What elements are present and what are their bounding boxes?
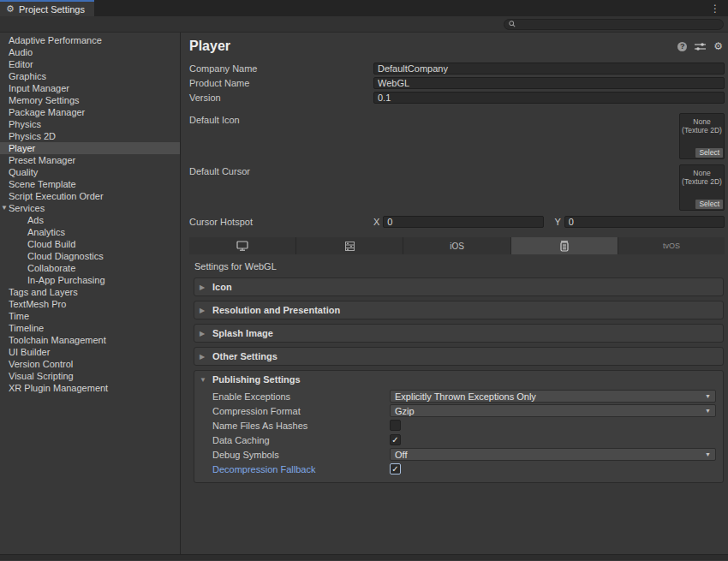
- section-label: Splash Image: [212, 328, 273, 338]
- section-header-other-settings[interactable]: ▶ Other Settings: [194, 348, 723, 365]
- select-button[interactable]: Select: [695, 148, 723, 158]
- default-cursor-label: Default Cursor: [189, 164, 250, 176]
- product-name-input[interactable]: [373, 77, 725, 89]
- sidebar-item-timeline[interactable]: Timeline: [0, 322, 180, 334]
- dropdown-value: Off: [395, 450, 407, 460]
- gear-icon: ⚙: [6, 4, 15, 14]
- tab-tvos[interactable]: tvOS: [618, 237, 725, 254]
- sidebar-item-analytics[interactable]: Analytics: [0, 226, 180, 238]
- sidebar-item-services[interactable]: ▼Services: [0, 202, 180, 214]
- product-name-label: Product Name: [189, 78, 373, 88]
- tab-label: iOS: [450, 242, 464, 251]
- server-icon: [345, 242, 355, 251]
- tab-ios[interactable]: iOS: [403, 237, 510, 254]
- dropdown-value: Gzip: [395, 406, 415, 416]
- sidebar-item-scene-template[interactable]: Scene Template: [0, 178, 180, 190]
- section-resolution-and-presentation: ▶ Resolution and Presentation: [194, 301, 724, 319]
- sidebar-item-ads[interactable]: Ads: [0, 214, 180, 226]
- search-icon: [509, 21, 516, 27]
- section-header-resolution[interactable]: ▶ Resolution and Presentation: [194, 301, 723, 319]
- sidebar-item-cloud-diagnostics[interactable]: Cloud Diagnostics: [0, 250, 180, 262]
- foldout-closed-icon: ▶: [200, 283, 207, 291]
- project-settings-tab[interactable]: ⚙ Project Settings: [0, 0, 94, 16]
- cursor-hotspot-y-input[interactable]: [564, 216, 725, 228]
- sidebar-item-ui-builder[interactable]: UI Builder: [0, 346, 180, 358]
- section-header-icon[interactable]: ▶ Icon: [194, 278, 723, 295]
- sidebar-item-xr-plugin-management[interactable]: XR Plugin Management: [0, 382, 180, 394]
- help-icon[interactable]: ?: [677, 42, 687, 51]
- settings-sidebar: Adaptive Performance Audio Editor Graphi…: [0, 33, 181, 554]
- gear-icon[interactable]: ⚙: [713, 41, 723, 51]
- sidebar-item-input-manager[interactable]: Input Manager: [0, 82, 180, 94]
- company-name-input[interactable]: [373, 63, 725, 75]
- object-value: None: [680, 169, 724, 177]
- sidebar-item-textmesh-pro[interactable]: TextMesh Pro: [0, 298, 180, 310]
- section-header-splash-image[interactable]: ▶ Splash Image: [194, 325, 723, 342]
- sidebar-item-editor[interactable]: Editor: [0, 58, 180, 70]
- decompression-fallback-checkbox[interactable]: ✓: [390, 463, 401, 474]
- foldout-closed-icon: ▶: [200, 353, 207, 361]
- section-other-settings: ▶ Other Settings: [194, 347, 724, 366]
- decompression-fallback-label: Decompression Fallback: [212, 464, 390, 474]
- section-header-publishing-settings[interactable]: ▼ Publishing Settings: [194, 371, 723, 388]
- tab-webgl[interactable]: [511, 237, 618, 254]
- chevron-down-icon: ▼: [705, 408, 711, 414]
- section-label: Publishing Settings: [212, 374, 301, 385]
- sidebar-item-preset-manager[interactable]: Preset Manager: [0, 154, 180, 166]
- sidebar-item-version-control[interactable]: Version Control: [0, 358, 180, 370]
- sidebar-item-tags-and-layers[interactable]: Tags and Layers: [0, 286, 180, 298]
- chevron-down-icon: ▼: [705, 451, 711, 457]
- data-caching-checkbox[interactable]: ✓: [390, 434, 401, 445]
- foldout-open-icon: ▼: [200, 376, 207, 384]
- debug-symbols-label: Debug Symbols: [212, 450, 390, 460]
- sidebar-item-graphics[interactable]: Graphics: [0, 70, 180, 82]
- sidebar-item-audio[interactable]: Audio: [0, 46, 180, 58]
- sidebar-item-cloud-build[interactable]: Cloud Build: [0, 238, 180, 250]
- default-icon-label: Default Icon: [189, 113, 240, 125]
- y-axis-label: Y: [555, 217, 564, 227]
- section-splash-image: ▶ Splash Image: [194, 324, 724, 343]
- tab-standalone[interactable]: [189, 237, 296, 254]
- default-cursor-object-picker[interactable]: None (Texture 2D) Select: [679, 164, 725, 211]
- sidebar-item-time[interactable]: Time: [0, 310, 180, 322]
- chevron-down-icon: ▼: [705, 393, 711, 399]
- sidebar-item-player[interactable]: Player: [0, 142, 180, 154]
- search-field[interactable]: [504, 19, 724, 30]
- sidebar-item-memory-settings[interactable]: Memory Settings: [0, 94, 180, 106]
- sidebar-item-physics[interactable]: Physics: [0, 118, 180, 130]
- name-files-as-hashes-checkbox[interactable]: [390, 420, 401, 431]
- compression-format-dropdown[interactable]: Gzip ▼: [390, 404, 716, 417]
- object-type: (Texture 2D): [680, 126, 724, 134]
- kebab-menu-icon[interactable]: ⋮: [702, 0, 728, 16]
- select-button[interactable]: Select: [695, 200, 723, 209]
- sidebar-item-visual-scripting[interactable]: Visual Scripting: [0, 370, 180, 382]
- sidebar-item-script-execution-order[interactable]: Script Execution Order: [0, 190, 180, 202]
- search-input[interactable]: [518, 20, 719, 29]
- presets-icon[interactable]: [695, 42, 706, 51]
- sidebar-item-in-app-purchasing[interactable]: In-App Purchasing: [0, 274, 180, 286]
- sidebar-item-package-manager[interactable]: Package Manager: [0, 106, 180, 118]
- setting-row-enable-exceptions: Enable Exceptions Explicitly Thrown Exce…: [194, 389, 716, 403]
- page-title: Player: [189, 39, 230, 54]
- sidebar-item-physics-2d[interactable]: Physics 2D: [0, 130, 180, 142]
- setting-row-name-files-as-hashes: Name Files As Hashes: [194, 418, 716, 433]
- sidebar-item-collaborate[interactable]: Collaborate: [0, 262, 180, 274]
- tab-dedicated-server[interactable]: [296, 237, 403, 254]
- settings-for-platform-heading: Settings for WebGL: [189, 261, 725, 272]
- foldout-open-icon: ▼: [1, 202, 8, 214]
- enable-exceptions-dropdown[interactable]: Explicitly Thrown Exceptions Only ▼: [390, 390, 716, 403]
- tab-title: Project Settings: [19, 4, 85, 15]
- check-icon: ✓: [391, 435, 398, 444]
- section-icon: ▶ Icon: [194, 278, 724, 296]
- sidebar-item-quality[interactable]: Quality: [0, 166, 180, 178]
- player-settings-panel: Player ? ⚙ Company Name Product Name Ver…: [181, 33, 728, 554]
- cursor-hotspot-x-input[interactable]: [383, 216, 543, 228]
- default-icon-object-picker[interactable]: None (Texture 2D) Select: [679, 113, 725, 159]
- sidebar-item-adaptive-performance[interactable]: Adaptive Performance: [0, 34, 180, 46]
- version-input[interactable]: [373, 92, 725, 104]
- sidebar-item-toolchain-management[interactable]: Toolchain Management: [0, 334, 180, 346]
- webgl-icon: [560, 241, 569, 252]
- object-type: (Texture 2D): [680, 177, 724, 186]
- debug-symbols-dropdown[interactable]: Off ▼: [390, 448, 716, 461]
- dropdown-value: Explicitly Thrown Exceptions Only: [395, 391, 536, 402]
